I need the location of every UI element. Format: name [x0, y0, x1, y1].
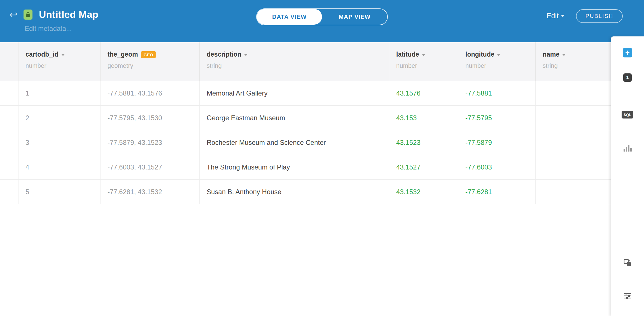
column-header-cartodb-id[interactable]: cartodb_id number — [18, 42, 101, 81]
cell-latitude[interactable]: 43.1576 — [389, 81, 458, 105]
cell-description[interactable]: George Eastman Museum — [200, 106, 389, 130]
cell-cartodb-id[interactable]: 1 — [18, 81, 101, 105]
cell-cartodb-id[interactable]: 3 — [18, 130, 101, 155]
page-title: Untitled Map — [39, 9, 98, 20]
privacy-lock-icon[interactable] — [24, 10, 32, 20]
cell-the-geom[interactable]: -77.6281, 43.1532 — [101, 180, 200, 204]
sort-caret-icon[interactable] — [562, 54, 566, 56]
cell-cartodb-id[interactable]: 4 — [18, 155, 101, 179]
lock-icon — [25, 12, 31, 17]
column-header-latitude[interactable]: latitude number — [389, 42, 458, 81]
app-window: ↩ Untitled Map Edit metadata... DATA VIE… — [0, 0, 644, 316]
table-body: 1 -77.5881, 43.1576 Memorial Art Gallery… — [0, 81, 644, 204]
chevron-down-icon — [561, 15, 565, 17]
table-row: 5 -77.6281, 43.1532 Susan B. Anthony Hou… — [0, 180, 644, 204]
cell-longitude[interactable]: -77.5795 — [458, 106, 536, 130]
cell-the-geom[interactable]: -77.5881, 43.1576 — [101, 81, 200, 105]
bar-icon-segment — [624, 149, 625, 152]
topbar: ↩ Untitled Map Edit metadata... DATA VIE… — [0, 0, 644, 42]
cell-the-geom[interactable]: -77.5879, 43.1523 — [101, 130, 200, 155]
column-title: description — [207, 51, 389, 58]
cell-cartodb-id[interactable]: 5 — [18, 180, 101, 204]
column-type: geometry — [108, 62, 199, 69]
merge-tables-icon[interactable] — [623, 259, 632, 267]
column-type: number — [25, 62, 100, 69]
filters-icon[interactable] — [623, 292, 632, 299]
column-header-description[interactable]: description string — [200, 42, 389, 81]
cell-longitude[interactable]: -77.5881 — [458, 81, 536, 105]
tab-map-view[interactable]: MAP VIEW — [322, 9, 387, 25]
tab-data-view[interactable]: DATA VIEW — [257, 9, 322, 25]
table-row: 4 -77.6003, 43.1527 The Strong Museum of… — [0, 155, 644, 180]
edit-menu-button[interactable]: Edit — [547, 12, 565, 20]
merge-icon-graphic — [623, 259, 632, 267]
cell-the-geom[interactable]: -77.6003, 43.1527 — [101, 155, 200, 179]
cell-description[interactable]: Rochester Museum and Science Center — [200, 130, 389, 155]
cell-latitude[interactable]: 43.1523 — [389, 130, 458, 155]
table-header: cartodb_id number the_geom GEO geometry … — [0, 42, 644, 81]
cell-description[interactable]: Memorial Art Gallery — [200, 81, 389, 105]
column-name: longitude — [465, 51, 494, 58]
layer-count-badge[interactable]: 1 — [623, 73, 632, 82]
column-title: the_geom GEO — [108, 51, 199, 58]
column-name: name — [543, 51, 559, 58]
cell-cartodb-id[interactable]: 2 — [18, 106, 101, 130]
sort-caret-icon[interactable] — [422, 54, 425, 56]
sort-caret-icon[interactable] — [244, 54, 248, 56]
row-gutter — [0, 155, 18, 179]
back-button[interactable]: ↩ — [8, 10, 18, 20]
column-title: longitude — [465, 51, 535, 58]
column-type: number — [396, 62, 458, 69]
column-name: description — [207, 51, 241, 58]
column-header-the-geom[interactable]: the_geom GEO geometry — [101, 42, 200, 81]
column-title: cartodb_id — [25, 51, 100, 58]
cell-latitude[interactable]: 43.1532 — [389, 180, 458, 204]
bar-icon-segment — [626, 147, 627, 152]
view-toggle: DATA VIEW MAP VIEW — [256, 8, 388, 25]
cell-description[interactable]: The Strong Museum of Play — [200, 155, 389, 179]
cell-longitude[interactable]: -77.6003 — [458, 155, 536, 179]
column-type: number — [465, 62, 535, 69]
filters-icon-graphic — [623, 292, 632, 299]
row-gutter — [0, 81, 18, 105]
row-gutter — [0, 130, 18, 155]
cell-latitude[interactable]: 43.153 — [389, 106, 458, 130]
bar-icon-segment — [628, 145, 629, 152]
cell-latitude[interactable]: 43.1527 — [389, 155, 458, 179]
row-gutter — [0, 106, 18, 130]
column-name: cartodb_id — [25, 51, 59, 58]
sql-button[interactable]: SQL — [622, 111, 633, 118]
geo-badge: GEO — [141, 51, 156, 58]
right-toolbar: + 1 SQL — [611, 36, 644, 316]
table-row: 3 -77.5879, 43.1523 Rochester Museum and… — [0, 130, 644, 155]
column-title: latitude — [396, 51, 458, 58]
add-layer-button[interactable]: + — [623, 48, 632, 57]
cell-description[interactable]: Susan B. Anthony House — [200, 180, 389, 204]
bar-icon-segment — [630, 148, 632, 152]
table-header-gutter — [0, 42, 18, 81]
sort-caret-icon[interactable] — [497, 54, 500, 56]
publish-button[interactable]: PUBLISH — [576, 9, 623, 23]
column-name: the_geom — [108, 51, 138, 58]
cell-longitude[interactable]: -77.5879 — [458, 130, 536, 155]
row-gutter — [0, 180, 18, 204]
cell-longitude[interactable]: -77.6281 — [458, 180, 536, 204]
column-type: string — [207, 62, 389, 69]
edit-menu-label: Edit — [547, 12, 559, 20]
chart-wizard-icon[interactable] — [623, 144, 632, 152]
table-row: 1 -77.5881, 43.1576 Memorial Art Gallery… — [0, 81, 644, 106]
toolbar-divider — [611, 65, 644, 65]
column-header-longitude[interactable]: longitude number — [458, 42, 536, 81]
cell-the-geom[interactable]: -77.5795, 43.1530 — [101, 106, 200, 130]
edit-metadata-link[interactable]: Edit metadata... — [25, 25, 72, 32]
column-name: latitude — [396, 51, 419, 58]
sort-caret-icon[interactable] — [61, 54, 65, 56]
table-row: 2 -77.5795, 43.1530 George Eastman Museu… — [0, 106, 644, 130]
